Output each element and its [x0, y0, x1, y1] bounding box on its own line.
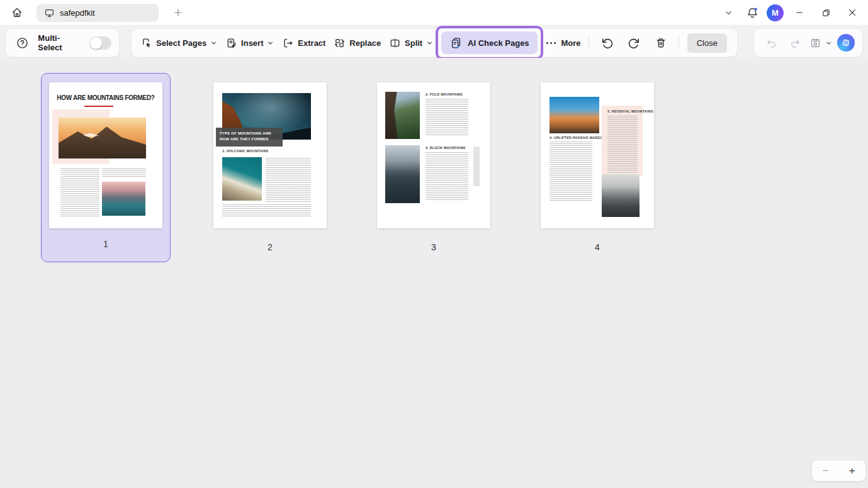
split-button[interactable]: Split — [389, 37, 433, 49]
pages-canvas: HOW ARE MOUNTAINS FORMED? 1 TYPE OF MOUN… — [0, 58, 868, 488]
section-heading: 2. FOLD MOUNTAINS — [426, 92, 463, 96]
undo-disabled-button[interactable] — [762, 33, 781, 52]
select-pages-button[interactable]: Select Pages — [140, 37, 217, 49]
section-heading: 3. BLOCK MOUNTAINS — [426, 146, 466, 150]
undo-icon — [600, 36, 614, 50]
title-underline — [84, 106, 113, 107]
chevron-down-icon — [825, 40, 832, 47]
redo-icon — [628, 36, 641, 50]
ai-check-pages-label: AI Check Pages — [468, 38, 529, 48]
title-bar: safepdfkit — [0, 0, 868, 25]
home-icon — [11, 6, 23, 19]
extract-button[interactable]: Extract — [282, 37, 325, 49]
body-text-column — [426, 152, 468, 201]
app-window: safepdfkit — [0, 0, 868, 488]
lake-photo — [102, 182, 145, 216]
ai-atom-icon — [840, 37, 852, 48]
section-heading: 4. UPLIFTED PASSIVE MARGINS — [550, 136, 607, 140]
insert-label: Insert — [241, 38, 263, 48]
history-save-group — [753, 28, 863, 57]
replace-icon — [334, 37, 346, 49]
page-1-title: HOW ARE MOUNTAINS FORMED? — [49, 94, 162, 101]
save-button[interactable] — [809, 37, 832, 49]
page-tools-group: Select Pages Insert — [131, 28, 738, 57]
redo-disabled-button[interactable] — [786, 33, 804, 52]
notifications-button[interactable] — [743, 3, 762, 22]
valley-photo — [385, 92, 420, 139]
page-2-preview: TYPE OF MOUNTAINS AND HOW ARE THEY FORME… — [213, 82, 327, 228]
help-icon — [16, 36, 29, 50]
avatar-initial: M — [772, 8, 779, 18]
extract-label: Extract — [298, 38, 325, 48]
body-text-column — [266, 158, 311, 202]
restore-button[interactable] — [815, 2, 837, 23]
page-number: 4 — [541, 242, 654, 252]
select-pages-icon — [140, 37, 152, 49]
page-number: 1 — [49, 239, 162, 249]
more-button[interactable]: More — [545, 37, 580, 49]
toolbar-separator — [679, 36, 679, 50]
page-4-preview: 4. UPLIFTED PASSIVE MARGINS 5. RESIDUAL … — [541, 82, 654, 228]
zoom-in-button[interactable]: + — [839, 465, 866, 477]
body-text-column — [102, 169, 146, 178]
page-number: 2 — [213, 242, 327, 252]
zoom-controls: − + — [812, 460, 865, 481]
document-tab[interactable]: safepdfkit — [37, 4, 159, 22]
save-icon — [809, 37, 821, 49]
gray-scroll-bar — [473, 147, 480, 186]
bell-icon — [746, 6, 759, 19]
multi-select-group: Multi-Select — [5, 28, 120, 57]
ai-assistant-button[interactable] — [837, 34, 855, 52]
body-text-column — [60, 169, 99, 216]
user-avatar[interactable]: M — [767, 4, 784, 21]
undo-button[interactable] — [597, 33, 616, 52]
delete-page-button[interactable] — [651, 33, 670, 52]
restore-icon — [821, 8, 831, 18]
page-organizer-toolbar: Multi-Select Select Pages — [0, 25, 868, 58]
titlebar-dropdown-button[interactable] — [719, 3, 738, 22]
section-heading: 5. RESIDUAL MOUNTAINS — [607, 109, 653, 113]
hot-spring-photo — [222, 157, 262, 201]
replace-button[interactable]: Replace — [334, 37, 381, 49]
chevron-down-icon — [426, 40, 433, 47]
orange-peak-photo — [550, 97, 599, 133]
close-icon — [847, 8, 857, 18]
toggle-knob — [90, 37, 102, 49]
home-button[interactable] — [8, 3, 26, 22]
chevron-down-icon — [724, 8, 733, 18]
zoom-out-button[interactable]: − — [812, 465, 839, 477]
close-window-button[interactable] — [842, 2, 863, 23]
body-text-paragraph — [222, 204, 311, 218]
page-thumbnail-1[interactable]: HOW ARE MOUNTAINS FORMED? 1 — [41, 73, 171, 262]
split-icon — [389, 37, 401, 49]
gray-peak-photo — [602, 174, 640, 217]
body-text-column — [426, 99, 468, 136]
new-tab-button[interactable] — [169, 3, 188, 22]
display-icon — [44, 8, 55, 18]
ai-check-pages-button[interactable]: AI Check Pages — [441, 31, 538, 54]
page-2-overlay-title: TYPE OF MOUNTAINS AND HOW ARE THEY FORME… — [216, 128, 283, 147]
extract-icon — [282, 37, 294, 49]
ai-pages-icon — [449, 36, 463, 50]
redo-button[interactable] — [624, 33, 643, 52]
minimize-button[interactable] — [789, 2, 810, 23]
ai-check-pages-wrap: AI Check Pages — [441, 31, 538, 54]
chevron-down-icon — [210, 40, 217, 47]
page-number: 3 — [377, 242, 490, 252]
close-organizer-button[interactable]: Close — [687, 33, 727, 53]
body-text-column — [607, 116, 638, 174]
multi-select-label: Multi-Select — [38, 33, 82, 52]
help-button[interactable] — [13, 33, 31, 52]
body-text-column — [550, 141, 592, 201]
section-heading: 1. VOLCANIC MOUNTAINS — [222, 149, 268, 153]
redo-icon — [789, 37, 801, 49]
page-3-preview: 2. FOLD MOUNTAINS 3. BLOCK MOUNTAINS — [377, 82, 490, 228]
toolbar-separator — [589, 36, 589, 50]
replace-label: Replace — [349, 38, 381, 48]
mountain-reflection-photo — [385, 145, 420, 203]
more-label: More — [561, 38, 580, 48]
insert-button[interactable]: Insert — [225, 37, 274, 49]
minimize-icon — [794, 8, 804, 18]
undo-icon — [765, 37, 777, 49]
multi-select-toggle[interactable] — [89, 36, 111, 50]
